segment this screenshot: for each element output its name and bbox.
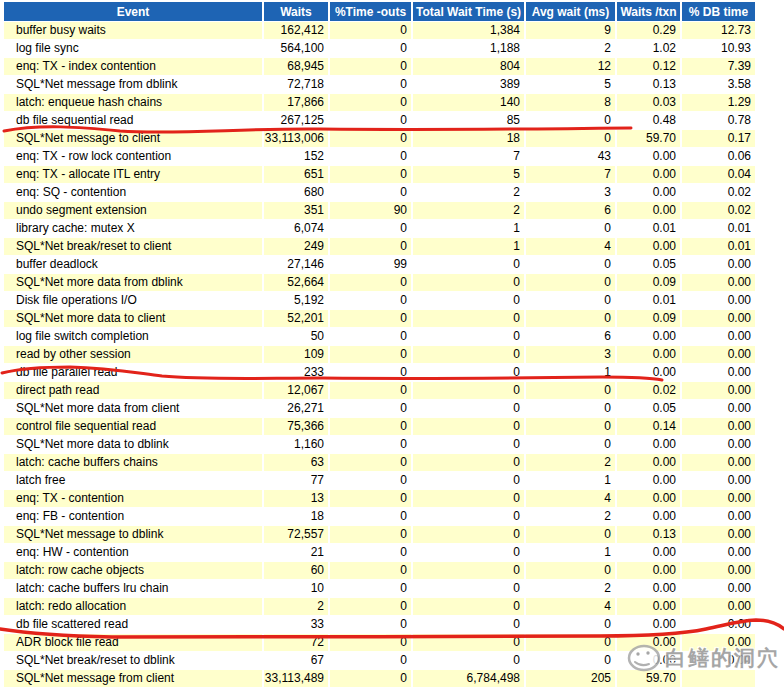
value-cell: 0 [526, 634, 615, 651]
value-cell: 0.00 [617, 616, 680, 633]
table-row: SQL*Net message from client33,113,48906,… [4, 670, 755, 687]
value-cell: 0 [330, 580, 411, 597]
value-cell: 0 [526, 400, 615, 417]
table-row: db file parallel read2330010.000.00 [4, 364, 755, 381]
table-row: undo segment extension35190260.000.02 [4, 202, 755, 219]
value-cell: 10.93 [682, 40, 755, 57]
value-cell: 2 [413, 184, 524, 201]
value-cell: 0 [330, 184, 411, 201]
value-cell: 33,113,489 [264, 670, 328, 687]
value-cell: 7 [526, 166, 615, 183]
value-cell: 3 [526, 346, 615, 363]
value-cell: 0 [413, 418, 524, 435]
value-cell: 2 [526, 40, 615, 57]
value-cell: 0 [330, 400, 411, 417]
value-cell: 43 [526, 148, 615, 165]
value-cell: 0.00 [617, 184, 680, 201]
value-cell: 152 [264, 148, 328, 165]
value-cell: 2 [526, 508, 615, 525]
value-cell: 0.00 [682, 310, 755, 327]
value-cell: 0 [413, 310, 524, 327]
value-cell: 5,192 [264, 292, 328, 309]
value-cell: 0 [330, 472, 411, 489]
value-cell: 0.00 [617, 148, 680, 165]
event-name-cell: buffer busy waits [4, 22, 262, 39]
value-cell: 0 [526, 652, 615, 669]
event-name-cell: SQL*Net more data from dblink [4, 274, 262, 291]
value-cell: 0 [526, 274, 615, 291]
column-header-event: Event [4, 2, 262, 21]
table-row: SQL*Net message to client33,113,00601805… [4, 130, 755, 147]
value-cell: 0.00 [682, 346, 755, 363]
value-cell: 0.00 [617, 346, 680, 363]
event-name-cell: ADR block file read [4, 634, 262, 651]
value-cell: 0.00 [617, 436, 680, 453]
value-cell: 0 [330, 148, 411, 165]
value-cell: 0.00 [617, 634, 680, 651]
column-header-waits: Waits [264, 2, 328, 21]
table-row: direct path read12,0670000.020.00 [4, 382, 755, 399]
value-cell: 0 [330, 670, 411, 687]
value-cell: 0 [330, 382, 411, 399]
table-row: SQL*Net more data to client52,2010000.09… [4, 310, 755, 327]
value-cell: 0.05 [617, 400, 680, 417]
value-cell: 1.02 [617, 40, 680, 57]
value-cell: 21 [264, 544, 328, 561]
event-name-cell: SQL*Net message from dblink [4, 76, 262, 93]
value-cell: 0 [413, 598, 524, 615]
event-name-cell: enq: TX - row lock contention [4, 148, 262, 165]
value-cell: 0.00 [617, 202, 680, 219]
event-name-cell: latch: cache buffers lru chain [4, 580, 262, 597]
value-cell: 0.29 [617, 22, 680, 39]
table-row: SQL*Net more data to dblink1,1600000.000… [4, 436, 755, 453]
value-cell: 9 [526, 22, 615, 39]
value-cell: 0 [330, 130, 411, 147]
table-row: latch: row cache objects600000.000.00 [4, 562, 755, 579]
value-cell: 0.04 [682, 166, 755, 183]
table-row: latch: cache buffers lru chain100020.000… [4, 580, 755, 597]
column-header-pct-db-time: % DB time [682, 2, 755, 21]
value-cell: 0 [413, 580, 524, 597]
event-name-cell: db file sequential read [4, 112, 262, 129]
event-name-cell: log file sync [4, 40, 262, 57]
value-cell: 18 [413, 130, 524, 147]
value-cell: 0.01 [682, 220, 755, 237]
value-cell: 0.00 [682, 616, 755, 633]
value-cell: 72,557 [264, 526, 328, 543]
value-cell: 233 [264, 364, 328, 381]
table-row: enq: FB - contention180020.000.00 [4, 508, 755, 525]
event-name-cell: SQL*Net break/reset to dblink [4, 652, 262, 669]
value-cell: 0 [413, 562, 524, 579]
value-cell: 1 [413, 238, 524, 255]
table-row: enq: TX - allocate ITL entry6510570.000.… [4, 166, 755, 183]
value-cell: 0.00 [682, 418, 755, 435]
value-cell: 651 [264, 166, 328, 183]
value-cell: 0 [413, 346, 524, 363]
value-cell: 0 [413, 526, 524, 543]
wait-events-tbody: buffer busy waits162,41201,38490.2912.73… [4, 22, 755, 687]
event-name-cell: direct path read [4, 382, 262, 399]
value-cell: 1,188 [413, 40, 524, 57]
table-row: latch: cache buffers chains630020.000.00 [4, 454, 755, 471]
value-cell: 0 [413, 364, 524, 381]
value-cell: 0.09 [617, 310, 680, 327]
awr-wait-events-page: Event Waits %Time -outs Total Wait Time … [0, 0, 784, 691]
value-cell: 0 [413, 472, 524, 489]
value-cell: 12,067 [264, 382, 328, 399]
value-cell: 5 [526, 76, 615, 93]
value-cell: 52,664 [264, 274, 328, 291]
value-cell: 0.00 [682, 490, 755, 507]
value-cell: 0 [526, 616, 615, 633]
value-cell: 0.01 [617, 220, 680, 237]
event-name-cell: enq: TX - index contention [4, 58, 262, 75]
value-cell: 0 [526, 526, 615, 543]
value-cell: 0 [330, 76, 411, 93]
table-row: enq: TX - row lock contention15207430.00… [4, 148, 755, 165]
value-cell: 0.13 [617, 526, 680, 543]
table-row: ADR block file read720000.000.00 [4, 634, 755, 651]
value-cell: 0.00 [682, 598, 755, 615]
value-cell: 0 [413, 274, 524, 291]
value-cell: 50 [264, 328, 328, 345]
value-cell: 60 [264, 562, 328, 579]
value-cell: 0.00 [617, 472, 680, 489]
